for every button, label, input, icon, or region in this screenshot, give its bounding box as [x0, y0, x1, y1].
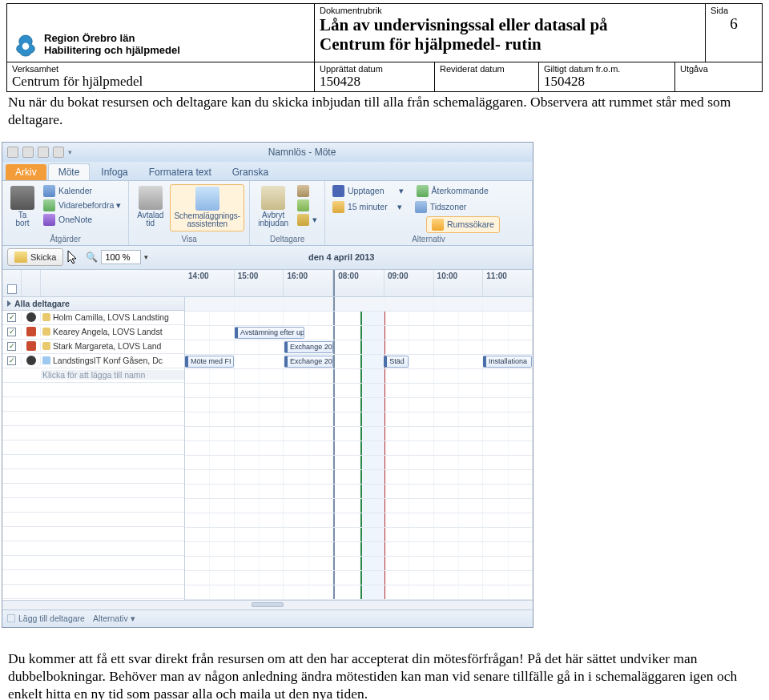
attendee-row-1[interactable]: ✓ Kearey Angela, LOVS Landst	[2, 325, 184, 340]
tab-infoga[interactable]: Infoga	[91, 164, 137, 180]
zoom-control[interactable]: 🔍 ▾	[86, 250, 148, 264]
empty-row	[2, 469, 184, 484]
show-as-button[interactable]: Upptagen▾	[330, 184, 406, 198]
send-button[interactable]: Skicka	[7, 248, 63, 266]
paragraph-2: Du kommer att få ett svar direkt från re…	[0, 628, 769, 700]
appointment[interactable]: Möte med FI	[185, 356, 234, 368]
qat-undo-icon[interactable]	[38, 147, 49, 158]
grid-row	[185, 499, 533, 513]
timezone-icon	[415, 201, 427, 213]
grid-row: Exchange 20	[185, 340, 533, 355]
empty-row	[2, 484, 184, 498]
reminder-button[interactable]: 15 minuter▾	[330, 200, 405, 214]
tab-mote[interactable]: Möte	[48, 163, 91, 180]
empty-row	[2, 498, 184, 513]
organizer-icon	[26, 312, 36, 322]
room-icon	[42, 356, 50, 364]
ribbon-group-alternativ: Upptagen▾ Återkommande 15 minuter▾ Tidsz…	[325, 181, 533, 245]
attendee-section-header[interactable]: Alla deltagare	[2, 297, 184, 311]
cursor-icon	[66, 249, 79, 265]
roomfinder-icon	[432, 219, 444, 231]
time-col-3: 08:00	[333, 270, 384, 296]
checkbox[interactable]: ✓	[7, 356, 16, 365]
checkbox[interactable]: ✓	[7, 328, 16, 336]
appointment[interactable]: Installationa	[483, 356, 532, 368]
response-options-button[interactable]: ▾	[295, 213, 320, 227]
scrollbar-horizontal[interactable]	[2, 600, 533, 609]
outlook-footer: Lägg till deltagare Alternativ ▾	[2, 609, 533, 627]
empty-row	[2, 556, 184, 570]
onenote-button[interactable]: OneNote	[41, 213, 123, 227]
calendar-button[interactable]: Kalender	[41, 184, 123, 198]
add-attendee-row[interactable]: Klicka för att lägga till namn	[2, 368, 184, 383]
header-col-name	[41, 270, 185, 296]
document-title-line2: Centrum för hjälpmedel- rutin	[320, 34, 700, 54]
delete-button[interactable]: Ta bort	[7, 184, 38, 230]
schedule-icon	[195, 187, 219, 211]
appointment[interactable]: Avstämning efter up	[235, 327, 304, 339]
grid-row	[185, 412, 533, 427]
appointment[interactable]: Städ	[384, 356, 408, 368]
clock-icon	[139, 186, 163, 210]
schedule-grid[interactable]: Avstämning efter up Exchange 20 Möte med…	[185, 297, 533, 600]
empty-row	[2, 541, 184, 556]
grid-row	[185, 384, 533, 398]
time-col-6: 11:00	[483, 270, 533, 296]
tab-granska[interactable]: Granska	[223, 164, 278, 180]
empty-row	[2, 397, 184, 412]
checknames-button[interactable]	[295, 199, 320, 212]
region-logo-icon	[12, 31, 39, 58]
cancel-icon	[261, 186, 285, 210]
time-col-0: 14:00	[185, 270, 235, 296]
header-col-status	[22, 270, 41, 296]
document-header: Region Örebro län Habilitering och hjälp…	[6, 3, 763, 62]
grid-row	[185, 485, 533, 499]
schedule-body: Alla deltagare ✓ Holm Camilla, LOVS Land…	[2, 297, 533, 600]
ribbon-group-visa: Avtalad tid Schemaläggnings- assistenten…	[129, 181, 250, 245]
schedule-header: 14:00 15:00 16:00 08:00 09:00 10:00 11:0…	[2, 270, 533, 297]
time-header: 14:00 15:00 16:00 08:00 09:00 10:00 11:0…	[185, 270, 533, 296]
scheduling-assistant-button[interactable]: Schemaläggnings- assistenten	[170, 184, 244, 231]
delete-icon	[10, 186, 34, 210]
reminder-icon	[332, 201, 344, 213]
paragraph-1: Nu när du bokat resursen och deltagare k…	[0, 92, 769, 131]
recurrence-button[interactable]: Återkommande	[414, 184, 491, 198]
window-title: Namnlös - Möte	[76, 147, 528, 158]
roomfinder-button[interactable]: Rumssökare	[426, 216, 500, 233]
options-link[interactable]: Alternativ ▾	[93, 614, 135, 623]
tab-formatera[interactable]: Formatera text	[139, 164, 221, 180]
add-attendees-link[interactable]: Lägg till deltagare	[7, 614, 85, 623]
grid-row	[185, 470, 533, 485]
date-label: den 4 april 2013	[155, 252, 528, 262]
logo-line1: Region Örebro län	[44, 33, 180, 45]
checkbox[interactable]: ✓	[7, 313, 16, 322]
busy-icon	[332, 185, 344, 197]
attendee-row-2[interactable]: ✓ Stark Margareta, LOVS Land	[2, 340, 184, 354]
cancel-invite-button[interactable]: Avbryt inbjudan	[255, 184, 292, 230]
timezones-button[interactable]: Tidszoner	[413, 200, 469, 214]
forward-button[interactable]: Vidarebefordra ▾	[41, 199, 123, 212]
addressbook-button[interactable]	[295, 184, 320, 198]
checkbox[interactable]: ✓	[7, 342, 16, 351]
grid-row	[185, 557, 533, 571]
qat-redo-icon[interactable]	[53, 147, 64, 158]
appointment[interactable]: Exchange 20	[284, 341, 333, 353]
header-col-check	[2, 270, 22, 296]
appointment[interactable]: Exchange 20	[284, 356, 333, 368]
ribbon-group-deltagare: Avbryt inbjudan ▾ Deltagare	[250, 181, 325, 245]
attendee-row-3[interactable]: ✓ LandstingsIT Konf Gåsen, Dc	[2, 354, 184, 368]
document-subheader: Verksamhet Centrum för hjälpmedel Upprät…	[6, 62, 763, 92]
verksamhet-label: Verksamhet	[12, 64, 309, 74]
grid-row: Möte med FI Exchange 20 Städ Installatio…	[185, 355, 533, 369]
attendee-row-0[interactable]: ✓ Holm Camilla, LOVS Landsting	[2, 311, 184, 325]
qat-save-icon[interactable]	[22, 147, 34, 158]
title-cell: Dokumentrubrik Lån av undervisningssal e…	[315, 4, 706, 62]
ribbon-group-atgarder: Ta bort Kalender Vidarebefordra ▾ OneNot…	[2, 181, 129, 245]
zoom-input[interactable]	[101, 250, 141, 264]
tab-arkiv[interactable]: Arkiv	[6, 164, 46, 180]
sida-value: 6	[711, 15, 757, 33]
document-title-line1: Lån av undervisningssal eller datasal på	[320, 15, 700, 34]
appointment-button[interactable]: Avtalad tid	[134, 184, 167, 230]
upprattat-label: Upprättat datum	[320, 64, 429, 74]
ribbon: Ta bort Kalender Vidarebefordra ▾ OneNot…	[2, 181, 533, 246]
